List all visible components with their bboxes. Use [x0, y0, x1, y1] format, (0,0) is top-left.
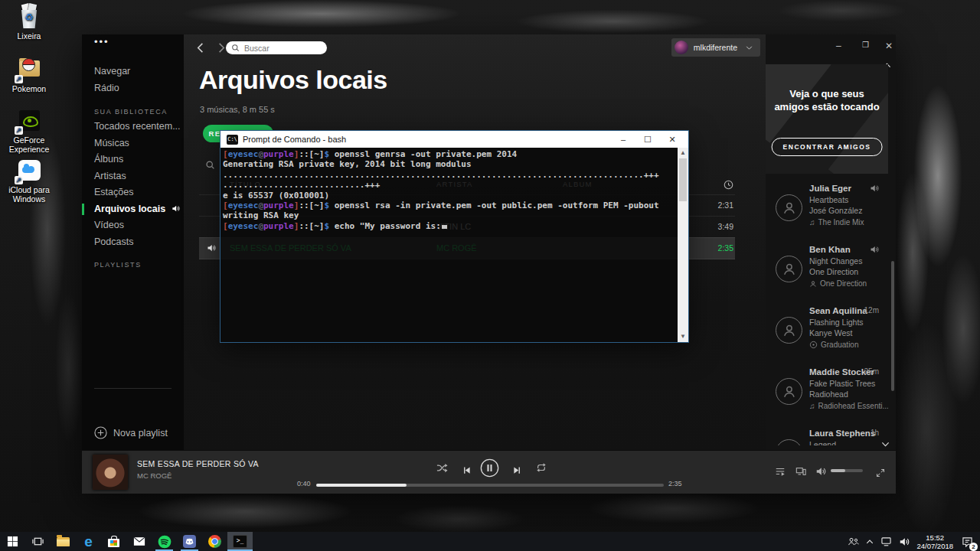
repeat-button[interactable] — [536, 462, 547, 476]
terminal-scrollbar[interactable]: ▲ ▼ — [678, 148, 688, 342]
avatar — [675, 41, 688, 54]
terminal-line: [eyesec@purple]::[~]$ openssl rsa -in pr… — [223, 201, 678, 210]
friend-item-julia-eger[interactable]: Julia EgerHeartbeatsJosé González♫The In… — [766, 178, 888, 239]
network-icon[interactable] — [880, 536, 892, 546]
desktop-icon-label: Lixeira — [0, 31, 58, 41]
chrome-taskbar-button[interactable] — [202, 532, 227, 551]
discord-taskbar-button[interactable] — [177, 532, 202, 551]
cmd-taskbar-button[interactable]: >_ — [227, 532, 253, 551]
previous-button[interactable] — [462, 464, 471, 478]
edge-taskbar-button[interactable]: e — [76, 532, 101, 551]
friend-context[interactable]: ♫The Indie Mix — [809, 218, 877, 227]
sidebar-item-r-dio[interactable]: Rádio — [82, 80, 184, 97]
friend-listening-icon — [870, 184, 879, 194]
app-menu-button[interactable]: ••• — [94, 36, 109, 47]
duration-column-clock-icon[interactable] — [724, 180, 733, 191]
friend-context[interactable]: One Direction — [809, 279, 877, 288]
sidebar-item-podcasts[interactable]: Podcasts — [82, 234, 184, 251]
taskview-taskbar-button[interactable] — [25, 532, 51, 551]
track-duration: 2:31 — [718, 201, 733, 210]
back-button[interactable] — [195, 42, 207, 57]
sidebar-item-arquivos-locais[interactable]: Arquivos locais — [82, 201, 184, 218]
fullscreen-button[interactable] — [876, 467, 885, 481]
recycle-bin-icon: ♻ — [16, 3, 42, 29]
sidebar-item-tocados-recentem[interactable]: Tocados recentem... — [82, 119, 184, 135]
desktop-icon-icloud[interactable]: ↗iCloud para Windows — [0, 157, 58, 204]
desktop-icon-geforce[interactable]: ↗GeForce Experience — [0, 107, 58, 154]
pause-button[interactable] — [480, 458, 499, 481]
search-icon — [231, 44, 240, 52]
next-button[interactable] — [513, 464, 521, 478]
scroll-down-icon[interactable] — [881, 438, 890, 450]
friend-item-maddie-stocker[interactable]: Maddie Stocker25mFake Plastic TreesRadio… — [766, 361, 888, 422]
terminal-titlebar[interactable]: C:\ Prompt de Comando - bash – ☐ ✕ — [220, 131, 688, 148]
taskbar: e>_ 15:52 24/07/2018 2 — [0, 532, 980, 551]
friend-item-ben-khan[interactable]: Ben KhanNight ChangesOne DirectionOne Di… — [766, 239, 888, 300]
start-taskbar-button[interactable] — [0, 532, 25, 551]
scroll-up-arrow[interactable]: ▲ — [678, 148, 688, 158]
store-taskbar-button[interactable] — [101, 532, 126, 551]
terminal-minimize-button[interactable]: – — [613, 135, 633, 144]
forward-button[interactable] — [215, 42, 227, 57]
sidebar-item-lbuns[interactable]: Álbuns — [82, 152, 184, 168]
plus-circle-icon — [94, 426, 107, 439]
friend-track: Night Changes — [809, 256, 877, 266]
desktop-icon-recycle-bin[interactable]: ♻Lixeira — [0, 3, 58, 41]
album-icon — [809, 341, 818, 349]
progress-bar[interactable] — [316, 484, 664, 487]
clock[interactable]: 15:52 24/07/2018 — [916, 533, 953, 550]
search-box[interactable] — [226, 41, 327, 54]
friend-item-laura-stephens[interactable]: Laura Stephens1hLegend — [766, 422, 888, 445]
friend-name: Ben Khan — [809, 245, 877, 254]
terminal-output[interactable]: [eyesec@purple]::[~]$ openssl genrsa -ou… — [220, 148, 678, 342]
scrollbar-thumb[interactable] — [891, 261, 894, 391]
sidebar-item-v-deos[interactable]: Vídeos — [82, 217, 184, 234]
sidebar-item-artistas[interactable]: Artistas — [82, 168, 184, 185]
maximize-button[interactable]: ❐ — [862, 41, 869, 49]
explorer-taskbar-button[interactable] — [51, 532, 76, 551]
new-playlist-label: Nova playlist — [113, 428, 168, 439]
sidebar-item-m-sicas[interactable]: Músicas — [82, 135, 184, 152]
user-menu[interactable]: mlkdiferente — [671, 38, 760, 57]
speaker-icon[interactable] — [899, 536, 910, 547]
desktop-icon-label: GeForce Experience — [0, 135, 58, 154]
terminal-maximize-button[interactable]: ☐ — [638, 135, 658, 145]
terminal-scrollbar-thumb[interactable] — [679, 158, 687, 201]
people-icon[interactable] — [848, 536, 859, 546]
close-button[interactable]: ✕ — [885, 41, 893, 51]
volume-slider[interactable] — [831, 469, 863, 472]
filter-search-icon[interactable] — [205, 159, 215, 173]
friend-name: Julia Eger — [809, 184, 877, 193]
sidebar-item-esta-es[interactable]: Estações — [82, 184, 184, 201]
spotify-taskbar-button[interactable] — [152, 532, 177, 551]
friend-context[interactable]: Graduation — [809, 341, 877, 349]
terminal-close-button[interactable]: ✕ — [662, 135, 682, 145]
shuffle-button[interactable] — [436, 462, 448, 477]
progress-fill — [316, 484, 407, 487]
sidebar-item-navegar[interactable]: Navegar — [82, 64, 184, 80]
minimize-button[interactable]: – — [836, 41, 841, 51]
queue-button[interactable] — [775, 466, 786, 480]
find-friends-button[interactable]: ENCONTRAR AMIGOS — [772, 138, 883, 156]
friend-activity-panel: Veja o que seus amigos estão tocando ENC… — [766, 34, 896, 450]
friend-context[interactable]: ♫Radiohead Essenti... — [809, 402, 877, 410]
now-playing-title[interactable]: SEM ESSA DE PERDER SÓ VA — [137, 459, 259, 468]
friend-item-sean-aquilina[interactable]: Sean Aquilina12mFlashing LightsKanye Wes… — [766, 300, 888, 361]
new-playlist-button[interactable]: Nova playlist — [94, 426, 168, 439]
mail-taskbar-button[interactable] — [126, 532, 152, 551]
action-center-icon[interactable]: 2 — [960, 535, 974, 549]
friends-scrollbar[interactable] — [891, 70, 894, 439]
friend-artist: One Direction — [809, 267, 877, 276]
friend-context-label: The Indie Mix — [818, 218, 864, 227]
terminal-line: Generating RSA private key, 2014 bit lon… — [223, 159, 678, 169]
desktop-icon-pokemon[interactable]: ↗Pokemon — [0, 56, 58, 93]
playlists-header: PLAYLISTS — [94, 261, 142, 269]
hidden-icons-chevron[interactable] — [866, 538, 874, 546]
friend-track: Heartbeats — [809, 195, 877, 204]
elapsed-time: 0:40 — [297, 480, 311, 487]
volume-icon[interactable] — [815, 466, 826, 480]
scroll-down-arrow[interactable]: ▼ — [678, 332, 688, 341]
now-playing-artist[interactable]: MC ROGÊ — [137, 471, 172, 480]
devices-button[interactable] — [795, 466, 806, 480]
search-input[interactable] — [243, 43, 311, 54]
